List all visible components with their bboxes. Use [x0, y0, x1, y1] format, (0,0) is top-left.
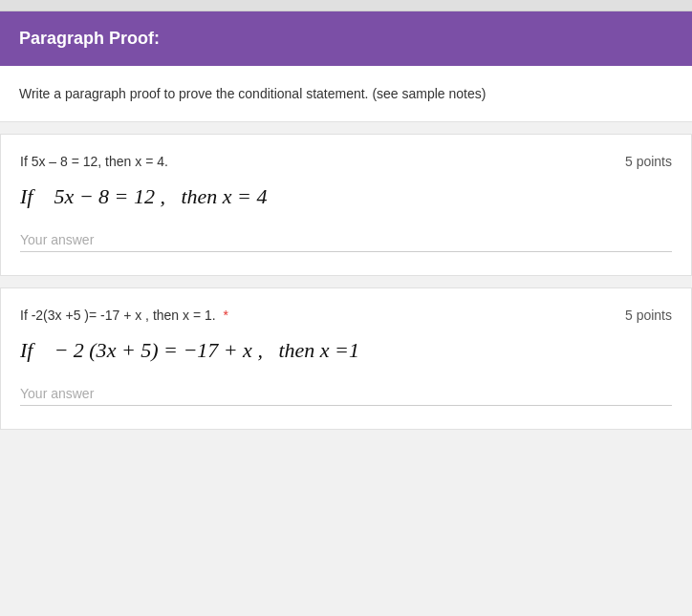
instruction-card: Write a paragraph proof to prove the con…: [0, 66, 692, 122]
required-star-2: *: [224, 308, 228, 323]
answer-input-1[interactable]: [20, 228, 672, 252]
question-header-1: If 5x – 8 = 12, then x = 4. 5 points: [20, 154, 672, 169]
question-card-1: If 5x – 8 = 12, then x = 4. 5 points If …: [0, 134, 692, 276]
top-bar: [0, 0, 692, 11]
math-display-2: If − 2 (3x + 5) = −17 + x , then x =1: [20, 338, 672, 363]
page-wrapper: Paragraph Proof: Write a paragraph proof…: [0, 0, 692, 460]
question-card-2: If -2(3x +5 )= -17 + x , then x = 1. * 5…: [0, 287, 692, 430]
points-label-1: 5 points: [625, 154, 672, 169]
instruction-text: Write a paragraph proof to prove the con…: [19, 86, 486, 101]
answer-input-2[interactable]: [20, 382, 672, 406]
points-label-2: 5 points: [625, 308, 672, 323]
question-text-2: If -2(3x +5 )= -17 + x , then x = 1. *: [20, 308, 606, 323]
question-text-1: If 5x – 8 = 12, then x = 4.: [20, 154, 606, 169]
math-display-1: If 5x − 8 = 12 , then x = 4: [20, 184, 672, 209]
section-header: Paragraph Proof:: [0, 11, 692, 66]
question-header-2: If -2(3x +5 )= -17 + x , then x = 1. * 5…: [20, 308, 672, 323]
section-header-title: Paragraph Proof:: [19, 29, 160, 48]
